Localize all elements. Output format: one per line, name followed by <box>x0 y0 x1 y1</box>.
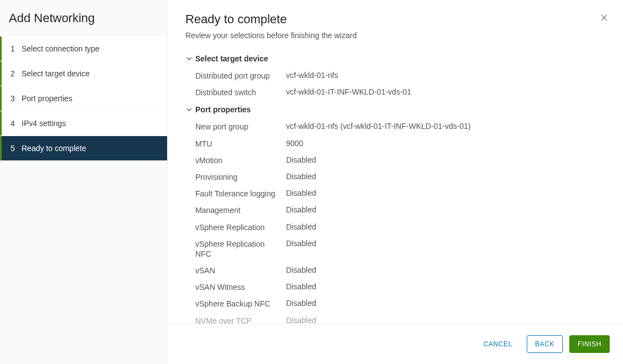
step-label: Ready to complete <box>22 144 86 153</box>
step-label: Port properties <box>22 94 72 103</box>
step-number: 3 <box>11 94 22 103</box>
summary-key: vSphere Backup NFC <box>195 299 286 309</box>
section-title: Select target device <box>195 54 268 63</box>
summary-key: vMotion <box>195 155 286 165</box>
summary-value: vcf-wkld-01-IT-INF-WKLD-01-vds-01 <box>286 87 605 97</box>
cancel-button[interactable]: CANCEL <box>476 335 520 353</box>
step-label: IPv4 settings <box>22 119 66 128</box>
step-select-connection-type[interactable]: 1 Select connection type <box>0 37 167 61</box>
summary-row: vMotion Disabled <box>185 152 605 169</box>
summary-value: 9000 <box>286 139 605 149</box>
step-ready-to-complete[interactable]: 5 Ready to complete <box>0 136 167 160</box>
wizard-main: Ready to complete Review your selections… <box>168 0 623 364</box>
summary-key: vSphere Replication <box>195 222 286 232</box>
summary-key: Management <box>195 205 286 215</box>
summary-key: Fault Tolerance logging <box>195 189 286 199</box>
summary-value: Disabled <box>286 155 605 165</box>
step-select-target-device[interactable]: 2 Select target device <box>0 61 167 86</box>
section-target-device-header[interactable]: Select target device <box>185 50 605 67</box>
wizard-title: Add Networking <box>0 9 167 37</box>
summary-row: New port group vcf-wkld-01-nfs (vcf-wkld… <box>185 118 605 135</box>
summary-key: MTU <box>195 139 286 149</box>
summary-value: Disabled <box>286 239 605 259</box>
page-title: Ready to complete <box>185 12 605 27</box>
summary-value: Disabled <box>286 205 605 215</box>
summary-value: Disabled <box>286 299 605 309</box>
section-title: Port properties <box>195 105 251 114</box>
page-subtitle: Review your selections before finishing … <box>185 31 605 40</box>
summary-row: Management Disabled <box>185 202 605 219</box>
summary-content[interactable]: Select target device Distributed port gr… <box>168 44 623 324</box>
summary-value: vcf-wkld-01-nfs <box>286 71 605 81</box>
close-icon <box>600 13 609 22</box>
step-label: Select connection type <box>22 44 100 53</box>
summary-key: vSAN Witness <box>195 282 286 292</box>
summary-row: vSphere Backup NFC Disabled <box>185 295 605 312</box>
step-number: 1 <box>11 44 22 53</box>
summary-row: Distributed port group vcf-wkld-01-nfs <box>185 67 605 84</box>
finish-button[interactable]: FINISH <box>569 335 610 353</box>
summary-value: Disabled <box>286 266 605 275</box>
summary-value: vcf-wkld-01-nfs (vcf-wkld-01-IT-INF-WKLD… <box>286 122 605 132</box>
wizard-steps: 1 Select connection type 2 Select target… <box>0 37 167 160</box>
section-port-properties-header[interactable]: Port properties <box>185 101 605 118</box>
step-ipv4-settings[interactable]: 4 IPv4 settings <box>0 111 167 136</box>
chevron-down-icon <box>185 107 193 112</box>
wizard-footer: CANCEL BACK FINISH <box>168 324 623 364</box>
back-button[interactable]: BACK <box>527 335 563 353</box>
summary-row: vSphere Replication Disabled <box>185 219 605 236</box>
summary-row: MTU 9000 <box>185 136 605 152</box>
summary-row: NVMe over TCP Disabled <box>185 313 605 324</box>
wizard-header: Ready to complete Review your selections… <box>168 0 623 44</box>
summary-value: Disabled <box>286 282 605 292</box>
summary-value: Disabled <box>286 172 605 182</box>
close-button[interactable] <box>599 12 610 23</box>
summary-row: vSphere Replication NFC Disabled <box>185 236 605 262</box>
summary-row: Distributed switch vcf-wkld-01-IT-INF-WK… <box>185 84 605 101</box>
step-number: 4 <box>11 119 22 128</box>
step-label: Select target device <box>22 69 90 78</box>
chevron-down-icon <box>185 56 193 61</box>
step-port-properties[interactable]: 3 Port properties <box>0 86 167 111</box>
summary-value: Disabled <box>286 222 605 232</box>
summary-key: vSphere Replication NFC <box>195 239 286 259</box>
summary-key: Distributed port group <box>195 71 286 81</box>
summary-row: vSAN Witness Disabled <box>185 279 605 295</box>
summary-key: New port group <box>195 122 286 132</box>
summary-key: Distributed switch <box>195 87 286 97</box>
summary-value: Disabled <box>286 189 605 199</box>
summary-value: Disabled <box>286 316 605 324</box>
summary-key: Provisioning <box>195 172 286 182</box>
summary-key: vSAN <box>195 266 286 275</box>
wizard-sidebar: Add Networking 1 Select connection type … <box>0 0 168 364</box>
step-number: 5 <box>11 144 22 153</box>
summary-row: vSAN Disabled <box>185 262 605 279</box>
summary-row: Provisioning Disabled <box>185 169 605 185</box>
summary-key: NVMe over TCP <box>195 316 286 324</box>
summary-row: Fault Tolerance logging Disabled <box>185 185 605 202</box>
step-number: 2 <box>11 69 22 78</box>
